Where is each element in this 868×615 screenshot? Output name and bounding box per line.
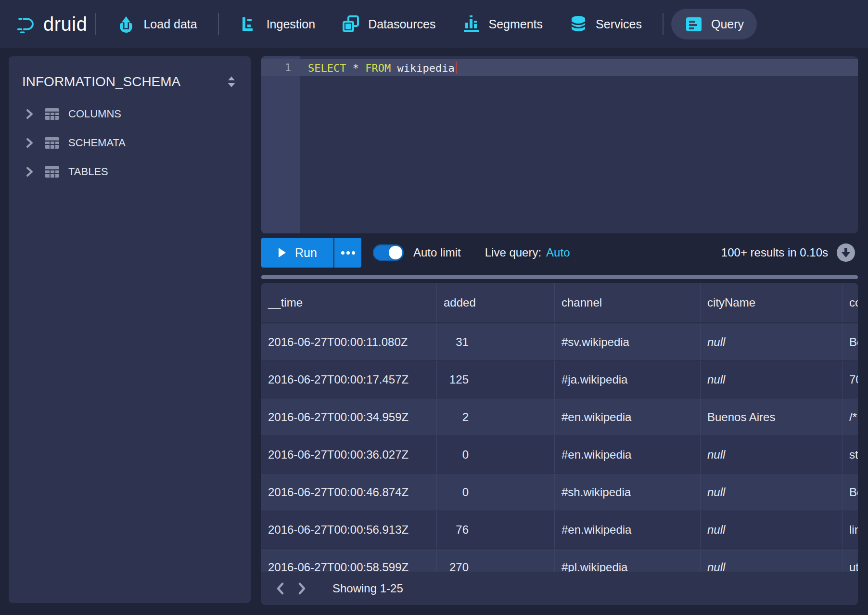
- live-query-label: Live query:: [485, 246, 541, 259]
- download-arrow-icon: [841, 247, 851, 258]
- sidebar-item-schemata[interactable]: SCHEMATA: [9, 128, 251, 157]
- chevron-right-icon: [23, 108, 36, 120]
- cell-added[interactable]: 2: [437, 398, 555, 436]
- column-header-cityname[interactable]: cityName: [701, 283, 842, 322]
- table-icon: [44, 107, 60, 121]
- auto-limit-label: Auto limit: [413, 246, 461, 259]
- cell-cityname[interactable]: null: [701, 323, 842, 360]
- table-row: 2016-06-27T00:00:56.913Z 76 #en.wikipedi…: [261, 511, 858, 549]
- cell-comment[interactable]: sta: [842, 436, 858, 473]
- editor-gutter: [261, 56, 300, 233]
- query-icon: [684, 14, 703, 34]
- cell-time[interactable]: 2016-06-27T00:00:34.959Z: [261, 398, 437, 436]
- cell-added[interactable]: 125: [437, 361, 555, 398]
- run-button[interactable]: Run: [261, 238, 333, 268]
- cell-comment[interactable]: Bot: [842, 474, 858, 511]
- cell-channel[interactable]: #sv.wikipedia: [555, 323, 701, 360]
- nav-separator: [663, 13, 664, 35]
- download-button[interactable]: [837, 243, 855, 262]
- nav-item-label: Segments: [489, 17, 543, 31]
- segments-icon: [462, 14, 481, 34]
- cell-channel[interactable]: #en.wikipedia: [555, 398, 701, 436]
- nav-item-datasources[interactable]: Datasources: [328, 9, 448, 39]
- cell-comment[interactable]: 70:: [842, 361, 858, 398]
- chevron-left-icon: [275, 582, 286, 595]
- cell-comment[interactable]: /* S: [842, 398, 858, 436]
- nav-item-ingestion[interactable]: Ingestion: [227, 9, 328, 39]
- schema-selector[interactable]: INFORMATION_SCHEMA: [9, 56, 251, 100]
- sql-keyword: FROM: [365, 62, 391, 74]
- cell-cityname[interactable]: null: [701, 436, 842, 473]
- column-header-added[interactable]: added: [437, 283, 555, 322]
- nav-item-label: Query: [711, 17, 744, 31]
- double-caret-icon: [225, 75, 238, 89]
- more-dots-icon: [341, 251, 345, 255]
- column-header-comment[interactable]: comment: [842, 283, 858, 322]
- sql-text: wikipedia: [391, 62, 454, 74]
- nav-item-label: Load data: [143, 17, 197, 31]
- query-toolbar: Run Auto limit Live query: Auto 100+ res…: [261, 238, 858, 268]
- results-summary: 100+ results in 0.10s: [721, 246, 828, 259]
- cell-time[interactable]: 2016-06-27T00:00:17.457Z: [261, 361, 437, 398]
- cell-cityname[interactable]: null: [701, 361, 842, 398]
- cell-added[interactable]: 0: [437, 474, 555, 511]
- cell-channel[interactable]: #ja.wikipedia: [555, 361, 701, 398]
- panel-resize-handle[interactable]: [261, 275, 858, 279]
- table-row: 2016-06-27T00:00:34.959Z 2 #en.wikipedia…: [261, 398, 858, 436]
- cell-time[interactable]: 2016-06-27T00:00:56.913Z: [261, 511, 437, 548]
- cell-added[interactable]: 31: [437, 323, 555, 360]
- results-header-row: __time added channel cityName comment: [261, 283, 858, 323]
- nav-item-segments[interactable]: Segments: [449, 9, 556, 39]
- more-dots-icon: [346, 251, 350, 255]
- sidebar-item-tables[interactable]: TABLES: [9, 157, 251, 186]
- druid-logo-icon: [17, 14, 37, 34]
- cell-added[interactable]: 0: [437, 436, 555, 473]
- cell-time[interactable]: 2016-06-27T00:00:36.027Z: [261, 436, 437, 473]
- play-icon: [278, 247, 286, 258]
- nav-item-query[interactable]: Query: [671, 9, 757, 39]
- nav-item-label: Services: [596, 17, 642, 31]
- druid-logo[interactable]: druid: [17, 13, 87, 35]
- schema-selector-value: INFORMATION_SCHEMA: [22, 74, 180, 90]
- sidebar-item-label: COLUMNS: [68, 108, 121, 120]
- toggle-knob: [389, 246, 402, 259]
- more-dots-icon: [352, 251, 355, 255]
- cell-channel[interactable]: #en.wikipedia: [555, 436, 701, 473]
- sidebar-item-columns[interactable]: COLUMNS: [9, 100, 251, 128]
- table-icon: [44, 136, 60, 150]
- cell-comment[interactable]: link: [842, 511, 858, 548]
- nav-item-label: Datasources: [368, 17, 435, 31]
- chevron-right-icon: [296, 582, 307, 595]
- table-icon: [44, 165, 60, 179]
- sql-editor[interactable]: 1 SELECT * FROM wikipedia: [261, 56, 858, 233]
- column-header-time[interactable]: __time: [261, 283, 437, 322]
- sidebar-item-label: SCHEMATA: [68, 137, 126, 149]
- cell-added[interactable]: 76: [437, 511, 555, 548]
- nav-item-label: Ingestion: [267, 17, 315, 31]
- showing-range-label: Showing 1-25: [332, 582, 403, 595]
- nav-item-load-data[interactable]: Load data: [103, 9, 210, 39]
- cell-channel[interactable]: #en.wikipedia: [555, 511, 701, 548]
- cell-time[interactable]: 2016-06-27T00:00:11.080Z: [261, 323, 437, 360]
- cell-cityname[interactable]: null: [701, 511, 842, 548]
- column-header-channel[interactable]: channel: [555, 283, 701, 322]
- table-row: 2016-06-27T00:00:36.027Z 0 #en.wikipedia…: [261, 436, 858, 474]
- nav-separator: [218, 13, 219, 35]
- run-more-button[interactable]: [333, 238, 361, 268]
- pagination-bar: Showing 1-25: [261, 572, 858, 605]
- live-query-value[interactable]: Auto: [546, 246, 570, 259]
- chevron-right-icon: [23, 166, 36, 178]
- cell-cityname[interactable]: null: [701, 474, 842, 511]
- services-icon: [569, 14, 588, 34]
- cell-comment[interactable]: Bot: [842, 323, 858, 360]
- cell-channel[interactable]: #sh.wikipedia: [555, 474, 701, 511]
- cell-time[interactable]: 2016-06-27T00:00:46.874Z: [261, 474, 437, 511]
- auto-limit-toggle[interactable]: [373, 244, 404, 261]
- results-panel: __time added channel cityName comment 20…: [261, 283, 858, 605]
- nav-item-services[interactable]: Services: [556, 9, 655, 39]
- next-page-button[interactable]: [291, 578, 312, 599]
- sql-keyword: SELECT: [308, 62, 346, 74]
- table-row: 2016-06-27T00:00:17.457Z 125 #ja.wikiped…: [261, 361, 858, 398]
- cell-cityname[interactable]: Buenos Aires: [701, 398, 842, 436]
- prev-page-button[interactable]: [270, 578, 291, 599]
